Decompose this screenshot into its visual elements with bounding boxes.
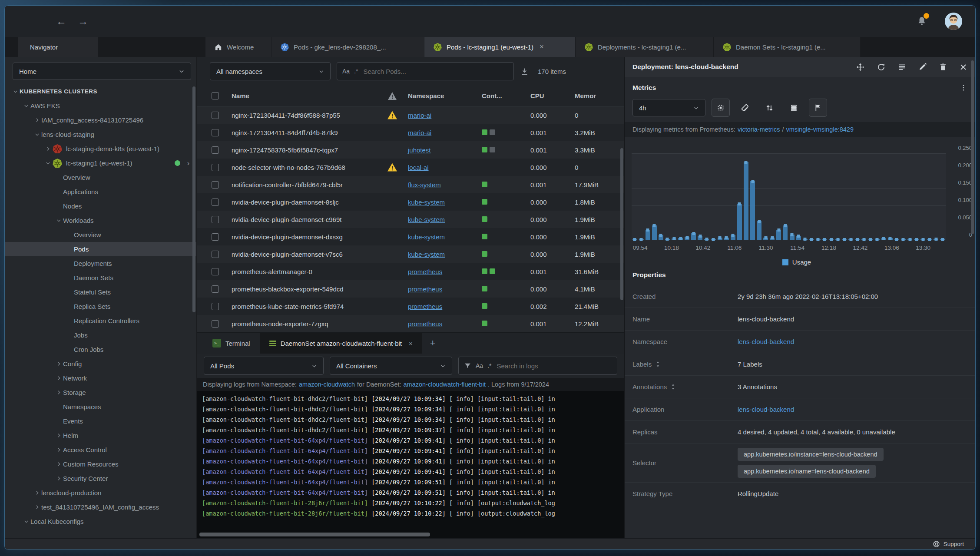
cpu-metric-button[interactable]	[712, 99, 730, 117]
sidebar-item-overview[interactable]: Overview	[5, 170, 196, 185]
namespace-link[interactable]: kube-system	[408, 216, 445, 223]
sidebar-item-applications[interactable]: Applications	[5, 185, 196, 199]
sidebar-scrollbar[interactable]	[192, 86, 195, 312]
containers-filter-select[interactable]: All Containers	[330, 357, 452, 375]
tab-daemon-sets-lc-staging1-e[interactable]: Daemon Sets - lc-staging1 (e...	[714, 37, 861, 57]
property-value[interactable]: lens-cloud-backend	[738, 406, 967, 413]
prometheus-endpoint-link[interactable]: vmsingle-vmsingle:8429	[786, 126, 854, 133]
namespace-link[interactable]: juhotest	[408, 146, 431, 154]
match-case-toggle[interactable]: Aa	[476, 362, 483, 369]
tab-deployments-lc-staging1-e[interactable]: Deployments - lc-staging1 (e...	[576, 37, 714, 57]
column-cpu[interactable]: CPU	[530, 92, 575, 99]
namespace-link[interactable]: kube-system	[408, 199, 445, 206]
sidebar-item-lc-staging1-eu-west-1[interactable]: lc-staging1 (eu-west-1)›	[5, 156, 196, 170]
row-checkbox[interactable]	[212, 251, 219, 258]
drawer-scrollbar[interactable]	[971, 60, 974, 234]
catalog-select[interactable]: Home	[13, 63, 191, 80]
chart-legend[interactable]: Usage	[632, 254, 962, 268]
column-namespace[interactable]: Namespace	[408, 92, 482, 99]
close-icon[interactable]: ×	[540, 43, 544, 51]
sort-updown-icon[interactable]	[670, 384, 676, 390]
row-checkbox[interactable]	[212, 112, 219, 119]
table-row-nvidia-device-plugin-daemonset-dxsxg[interactable]: nvidia-device-plugin-daemonset-dxsxgkube…	[197, 228, 624, 245]
namespace-link[interactable]: flux-system	[408, 181, 441, 189]
table-row-prometheus-kube-state-metrics-5fd974[interactable]: prometheus-kube-state-metrics-5fd974prom…	[197, 298, 624, 315]
namespace-link[interactable]: mario-ai	[408, 112, 431, 119]
kebab-menu-icon[interactable]	[960, 84, 967, 92]
notifications-bell-icon[interactable]	[916, 16, 927, 27]
sidebar-item-aws-eks[interactable]: AWS EKS	[5, 99, 196, 113]
table-scrollbar[interactable]	[620, 148, 623, 300]
column-name[interactable]: Name	[232, 92, 387, 99]
sidebar-item-events[interactable]: Events	[5, 414, 196, 428]
table-row-notification-controller-7bfbfd6479-cbl5r[interactable]: notification-controller-7bfbfd6479-cbl5r…	[197, 176, 624, 193]
metrics-range-select[interactable]: 4h	[632, 99, 705, 116]
sidebar-item-pods[interactable]: Pods	[5, 242, 196, 256]
row-checkbox[interactable]	[212, 285, 219, 293]
back-arrow-icon[interactable]: ←	[56, 16, 66, 26]
row-checkbox[interactable]	[212, 268, 219, 275]
pods-filter-select[interactable]: All Pods	[204, 357, 324, 375]
column-memory[interactable]: Memor	[575, 92, 624, 99]
row-checkbox[interactable]	[212, 216, 219, 223]
edit-pencil-icon[interactable]	[918, 63, 927, 71]
log-output[interactable]: [amazon-cloudwatch-fluent-bit-dhdc2/flue…	[197, 391, 624, 531]
prometheus-service-link[interactable]: victoria-metrics	[738, 126, 780, 133]
logs-search-input[interactable]	[496, 362, 612, 370]
select-all-checkbox[interactable]	[212, 92, 219, 99]
sidebar-item-helm[interactable]: Helm	[5, 428, 196, 443]
sidebar-item-kubernetes-clusters[interactable]: KUBERNETES CLUSTERS	[5, 84, 196, 99]
table-row-prometheus-alertmanager-0[interactable]: prometheus-alertmanager-0prometheus0.001…	[197, 263, 624, 280]
logs-lines-icon[interactable]	[897, 63, 907, 72]
navigator-tab[interactable]: Navigator	[18, 37, 98, 57]
avatar[interactable]	[945, 13, 962, 30]
sidebar-item-local-kubeconfigs[interactable]: Local Kubeconfigs	[5, 514, 196, 529]
sidebar-item-jobs[interactable]: Jobs	[5, 328, 196, 342]
sidebar-item-workloads[interactable]: Workloads	[5, 213, 196, 228]
sidebar-item-iam-config-access-841310725496[interactable]: IAM_config_access-841310725496	[5, 113, 196, 127]
namespace-link[interactable]: mario-ai	[408, 129, 431, 136]
tab-pods-gke-lens-dev-298208[interactable]: Pods - gke_lens-dev-298208_...	[271, 37, 424, 57]
tab-pods-lc-staging1-eu-west-1[interactable]: Pods - lc-staging1 (eu-west-1)×	[424, 37, 576, 57]
sidebar-item-stateful-sets[interactable]: Stateful Sets	[5, 285, 196, 299]
move-icon[interactable]	[856, 63, 865, 72]
namespace-link[interactable]: prometheus	[408, 268, 442, 275]
close-icon[interactable]	[959, 63, 967, 71]
namespace-link[interactable]: prometheus	[408, 303, 442, 310]
row-checkbox[interactable]	[212, 146, 219, 154]
regex-toggle[interactable]: .*	[354, 68, 358, 75]
delete-trash-icon[interactable]	[939, 63, 947, 71]
filter-funnel-icon[interactable]	[464, 362, 471, 370]
match-case-toggle[interactable]: Aa	[342, 68, 350, 75]
sidebar-item-daemon-sets[interactable]: Daemon Sets	[5, 271, 196, 285]
table-row-nvidia-device-plugin-daemonset-c969t[interactable]: nvidia-device-plugin-daemonset-c969tkube…	[197, 211, 624, 228]
row-checkbox[interactable]	[212, 199, 219, 206]
sort-updown-icon[interactable]	[655, 361, 661, 367]
table-row-nvidia-device-plugin-daemonset-v7sc6[interactable]: nvidia-device-plugin-daemonset-v7sc6kube…	[197, 245, 624, 263]
sidebar-item-replication-controllers[interactable]: Replication Controllers	[5, 314, 196, 328]
namespace-link[interactable]: kube-system	[408, 233, 445, 241]
stacked-list-button[interactable]	[785, 99, 803, 117]
flag-button[interactable]	[809, 99, 827, 117]
sidebar-item-nodes[interactable]: Nodes	[5, 199, 196, 213]
row-checkbox[interactable]	[212, 320, 219, 328]
chart-plot-area[interactable]	[632, 153, 946, 240]
sidebar-item-test-841310725496-iam-config-access[interactable]: test_841310725496_IAM_config_access	[5, 500, 196, 514]
namespace-link[interactable]: prometheus	[408, 320, 442, 328]
row-checkbox[interactable]	[212, 181, 219, 189]
sidebar-item-cron-jobs[interactable]: Cron Jobs	[5, 342, 196, 357]
sidebar-item-lc-staging-demo-k8s-eu-west-1[interactable]: lc-staging-demo-k8s (eu-west-1)	[5, 142, 196, 156]
namespace-link[interactable]: prometheus	[408, 285, 442, 293]
new-dock-tab-button[interactable]: +	[422, 333, 444, 354]
namespace-link[interactable]: local-ai	[408, 164, 429, 171]
table-row-nginx-1721304411-74df86f588-87p55[interactable]: nginx-1721304411-74df86f588-87p55mario-a…	[197, 106, 624, 124]
dock-tab-terminal[interactable]: >_ Terminal	[203, 333, 260, 354]
table-row-nginx-1721304411-84d4ff7d4b-87tk9[interactable]: nginx-1721304411-84d4ff7d4b-87tk9mario-a…	[197, 124, 624, 141]
tab-welcome[interactable]: Welcome	[205, 37, 271, 57]
property-value[interactable]: lens-cloud-backend	[738, 338, 967, 345]
support-button[interactable]: Support	[933, 540, 964, 548]
namespace-link[interactable]: kube-system	[408, 251, 445, 258]
regex-toggle[interactable]: .*	[487, 362, 491, 369]
row-checkbox[interactable]	[212, 129, 219, 136]
table-row-prometheus-blackbox-exporter-549dcd[interactable]: prometheus-blackbox-exporter-549dcdprome…	[197, 280, 624, 298]
